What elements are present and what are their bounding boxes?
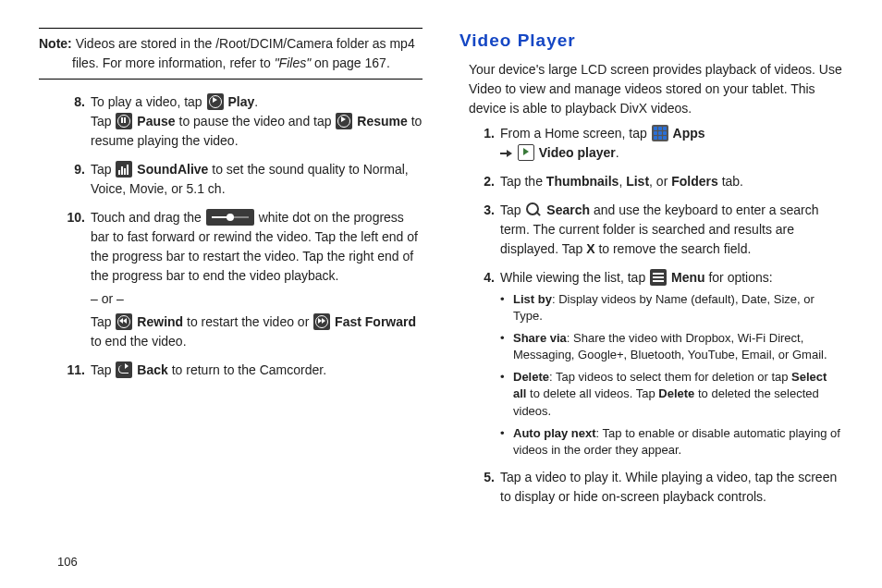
step-text: To play a video, tap — [91, 94, 206, 109]
x-label: X — [586, 241, 594, 256]
video-player-label: Video player — [539, 145, 616, 160]
period: . — [254, 94, 258, 109]
apps-label: Apps — [673, 126, 705, 141]
step-5: 5. Tap a video to play it. While playing… — [459, 468, 843, 507]
pause-label: Pause — [137, 114, 175, 129]
menu-options-list: • List by: Display videos by Name (defau… — [500, 291, 843, 459]
step-text: Tap — [91, 362, 115, 377]
step-number: 1. — [471, 124, 495, 143]
page-number: 106 — [57, 555, 78, 569]
fast-forward-label: Fast Forward — [335, 314, 416, 329]
step-text: to pause the video and tap — [179, 114, 336, 129]
section-intro: Your device's large LCD screen provides … — [459, 60, 843, 118]
step-text: Tap — [500, 202, 524, 217]
list-item: • Auto play next: Tap to enable or disab… — [500, 425, 843, 459]
apps-icon — [652, 125, 668, 141]
rewind-label: Rewind — [137, 314, 183, 329]
progress-bar-icon — [206, 209, 254, 226]
step-number: 2. — [471, 172, 495, 191]
list-item: • Share via: Share the video with Dropbo… — [500, 330, 843, 363]
left-column: Note: Videos are stored in the /Root/DCI… — [39, 28, 423, 508]
play-icon — [207, 93, 224, 110]
soundalive-label: SoundAlive — [137, 162, 208, 177]
right-column: Video Player Your device's large LCD scr… — [459, 28, 843, 508]
files-reference: "Files" — [275, 55, 312, 70]
play-label: Play — [227, 94, 254, 109]
note-label: Note: — [39, 36, 72, 51]
step-number: 10. — [61, 208, 85, 227]
step-text: Tap — [91, 162, 115, 177]
step-number: 5. — [471, 468, 495, 487]
delete-label: Delete — [513, 370, 549, 384]
left-steps: 8. To play a video, tap Play. Tap Pause … — [39, 92, 423, 380]
step-text: From a Home screen, tap — [500, 126, 651, 141]
back-icon — [116, 361, 132, 378]
manual-page: Note: Videos are stored in the /Root/DCI… — [0, 0, 882, 518]
thumbnails-label: Thumbnails — [546, 174, 619, 189]
autoplay-label: Auto play next — [513, 426, 596, 440]
step-8: 8. To play a video, tap Play. Tap Pause … — [39, 92, 423, 151]
step-text: to end the video. — [91, 334, 187, 349]
right-steps: 1. From a Home screen, tap Apps Video pl… — [459, 124, 843, 508]
resume-icon — [336, 113, 352, 129]
step-text: Tap a video to play it. While playing a … — [500, 470, 837, 504]
step-number: 3. — [471, 201, 495, 220]
listby-label: List by — [513, 292, 552, 306]
step-text: Tap — [91, 314, 115, 329]
step-10: 10. Touch and drag the white dot on the … — [39, 208, 423, 351]
list-item: • List by: Display videos by Name (defau… — [500, 291, 843, 325]
step-1: 1. From a Home screen, tap Apps Video pl… — [459, 124, 843, 163]
search-label: Search — [546, 202, 590, 217]
arrow-right-icon — [500, 149, 513, 158]
list-item: • Delete: Tap videos to select them for … — [500, 369, 843, 420]
video-player-icon — [518, 144, 534, 161]
sharevia-label: Share via — [513, 331, 567, 345]
step-4: 4. While viewing the list, tap Menu for … — [459, 268, 843, 459]
menu-label: Menu — [671, 270, 705, 285]
step-number: 8. — [61, 92, 85, 112]
fast-forward-icon — [313, 313, 330, 330]
step-text: to restart the video or — [187, 314, 312, 329]
step-text: Tap the — [500, 174, 546, 189]
step-3: 3. Tap Search and use the keyboard to en… — [459, 201, 843, 259]
step-11: 11. Tap Back to return to the Camcorder. — [39, 361, 423, 380]
step-text: tab. — [722, 174, 743, 189]
period: . — [616, 145, 619, 160]
search-icon — [525, 202, 542, 218]
step-text: Touch and drag the — [91, 210, 205, 225]
or-divider: – or – — [91, 289, 423, 309]
step-text: While viewing the list, tap — [500, 270, 649, 285]
delete2-label: Delete — [658, 386, 694, 400]
section-title: Video Player — [459, 28, 843, 55]
rewind-icon — [116, 313, 132, 330]
step-number: 9. — [61, 160, 85, 179]
step-text: Tap — [91, 114, 115, 129]
pause-icon — [116, 113, 132, 129]
note-text-2: on page 167. — [314, 55, 390, 70]
resume-label: Resume — [357, 114, 407, 129]
step-2: 2. Tap the Thumbnails, List, or Folders … — [459, 172, 843, 191]
step-9: 9. Tap SoundAlive to set the sound quali… — [39, 160, 423, 199]
step-text: for options: — [708, 270, 772, 285]
menu-icon — [650, 269, 667, 286]
step-text: to remove the search field. — [598, 241, 751, 256]
note-block: Note: Videos are stored in the /Root/DCI… — [39, 28, 423, 80]
soundalive-icon — [116, 161, 132, 178]
step-text: to return to the Camcorder. — [172, 362, 326, 377]
step-number: 11. — [61, 361, 85, 380]
step-number: 4. — [471, 268, 495, 288]
list-label: List — [626, 174, 649, 189]
folders-label: Folders — [671, 174, 718, 189]
back-label: Back — [137, 362, 167, 377]
